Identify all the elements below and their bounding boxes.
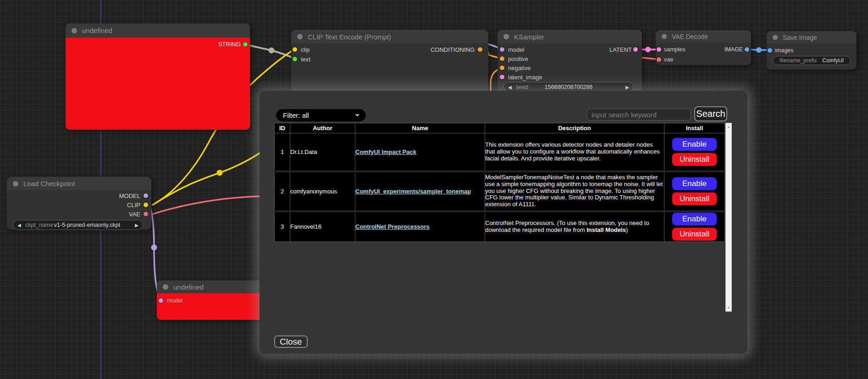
output-label-latent: LATENT	[609, 46, 632, 53]
node-vae-decode[interactable]: VAE Decode samples vae IMAGE	[656, 30, 751, 65]
input-label-model: model	[508, 46, 524, 53]
seed-widget-value[interactable]: 156680208700286	[504, 84, 633, 90]
seed-widget[interactable]: ◀ seed 156680208700286 ▶	[503, 82, 634, 92]
reroute-dot-latent	[645, 47, 651, 52]
collapse-dot-icon[interactable]	[13, 181, 18, 187]
input-label-latent-image: latent_image	[508, 74, 542, 81]
port-model-input[interactable]	[500, 47, 504, 52]
cell-name: ControlNet Preprocessors	[355, 211, 485, 242]
port-images-input[interactable]	[768, 48, 772, 53]
node-undefined-top-body	[66, 38, 250, 130]
collapse-dot-icon[interactable]	[72, 28, 77, 33]
port-positive-input[interactable]	[500, 56, 504, 61]
reroute-dot-clip	[217, 170, 223, 176]
node-undefined-top[interactable]: undefined STRING	[66, 23, 250, 130]
port-model-output[interactable]	[144, 193, 148, 198]
node-save-image-header[interactable]: Save Image	[767, 31, 857, 44]
output-label-conditioning: CONDITIONING	[431, 46, 475, 53]
filename-prefix-value[interactable]: ComfyUI	[822, 57, 844, 64]
port-samples-input[interactable]	[657, 47, 661, 52]
port-text-input[interactable]	[293, 57, 297, 61]
input-label-positive: positive	[508, 55, 528, 62]
table-row: 1 Dr.Lt.Data ComfyUI Impact Pack This ex…	[275, 133, 725, 171]
collapse-dot-icon[interactable]	[773, 35, 778, 40]
port-conditioning-output[interactable]	[478, 47, 482, 52]
extension-link[interactable]: ComfyUI_experiments/sampler_tonemap	[355, 188, 471, 195]
node-undefined-top-header[interactable]: undefined	[66, 23, 250, 38]
node-title: Save Image	[783, 34, 817, 41]
search-input[interactable]	[587, 109, 691, 121]
cell-install: Enable Uninstall	[664, 171, 725, 211]
port-vae-input[interactable]	[657, 57, 661, 62]
extension-manager-dialog: Filter: all ⌄ Search ID Author Name Desc…	[260, 91, 747, 354]
cell-description: This extension offers various detector n…	[485, 133, 664, 171]
cell-author: Fannovel16	[290, 211, 355, 242]
port-latent-output[interactable]	[633, 47, 638, 52]
search-button[interactable]: Search	[694, 106, 727, 121]
comfyui-canvas[interactable]: undefined STRING CLIP Text Encode (Promp…	[0, 0, 868, 379]
reroute-dot-string	[269, 48, 275, 54]
uninstall-button[interactable]: Uninstall	[672, 228, 717, 241]
collapse-dot-icon[interactable]	[297, 34, 303, 39]
table-scrollbar[interactable]: ▲ ▼	[725, 123, 732, 312]
node-ksampler-header[interactable]: KSampler	[498, 30, 642, 44]
node-load-checkpoint-header[interactable]: Load Checkpoint	[7, 177, 151, 190]
bold-install-models: Install Models	[586, 226, 626, 233]
port-clip-output[interactable]	[144, 203, 148, 207]
node-load-checkpoint[interactable]: Load Checkpoint MODEL CLIP VAE ◀ ckpt_na…	[7, 177, 151, 230]
cell-id: 2	[275, 171, 290, 211]
node-title: undefined	[82, 27, 112, 34]
filename-prefix-widget[interactable]: filename_prefix ComfyUI	[773, 56, 851, 65]
uninstall-button[interactable]: Uninstall	[672, 192, 717, 205]
node-title: CLIP Text Encode (Prompt)	[308, 33, 391, 41]
node-clip-text-encode-header[interactable]: CLIP Text Encode (Prompt)	[291, 30, 488, 44]
increment-arrow-icon[interactable]: ▶	[625, 84, 629, 89]
enable-button[interactable]: Enable	[672, 138, 717, 151]
port-model-input[interactable]	[159, 298, 163, 303]
cell-description: ModelSamplerTonemapNoiseTest a node that…	[485, 171, 664, 211]
port-clip-input[interactable]	[293, 47, 297, 52]
next-arrow-icon[interactable]: ▶	[135, 223, 138, 228]
cell-author: Dr.Lt.Data	[290, 133, 355, 171]
node-save-image[interactable]: Save Image images filename_prefix ComfyU…	[767, 31, 857, 70]
port-negative-input[interactable]	[500, 66, 504, 70]
node-title: undefined	[173, 283, 204, 291]
node-vae-decode-header[interactable]: VAE Decode	[656, 30, 751, 43]
output-label-vae: VAE	[129, 211, 140, 218]
cell-description: ControlNet Preprocessors. (To use this e…	[485, 211, 664, 242]
extension-table-scroll-area[interactable]: ID Author Name Description Install 1 Dr.…	[274, 123, 732, 312]
uninstall-button[interactable]: Uninstall	[672, 153, 717, 166]
node-undefined-bottom[interactable]: undefined model	[157, 280, 262, 320]
input-label-samples: samples	[664, 46, 686, 53]
collapse-dot-icon[interactable]	[503, 34, 509, 39]
close-button[interactable]: Close	[274, 335, 308, 348]
filter-select-wrap: Filter: all ⌄	[276, 109, 366, 121]
filter-select[interactable]: Filter: all	[276, 109, 366, 121]
wire-clip-to-hidden-encode	[153, 151, 262, 205]
reroute-dot-model	[151, 245, 157, 251]
wire-vae-to-dialog	[153, 196, 262, 214]
port-latent-image-input[interactable]	[500, 75, 504, 79]
enable-button[interactable]: Enable	[672, 213, 717, 225]
enable-button[interactable]: Enable	[672, 177, 717, 190]
collapse-dot-icon[interactable]	[163, 284, 168, 290]
scroll-up-icon[interactable]: ▲	[726, 125, 731, 128]
node-undefined-bottom-header[interactable]: undefined	[157, 280, 262, 293]
col-header-description: Description	[485, 123, 664, 133]
col-header-name: Name	[355, 123, 485, 133]
collapse-dot-icon[interactable]	[662, 34, 667, 39]
col-header-author: Author	[290, 123, 355, 133]
input-label-vae: vae	[664, 56, 673, 63]
output-label-clip: CLIP	[127, 202, 140, 209]
output-label-string: STRING	[218, 41, 241, 48]
scroll-down-icon[interactable]: ▼	[726, 306, 731, 309]
reroute-dot-image	[756, 47, 762, 53]
extension-link[interactable]: ComfyUI Impact Pack	[355, 148, 416, 155]
port-vae-output[interactable]	[144, 212, 148, 216]
extension-link[interactable]: ControlNet Preprocessors	[355, 223, 430, 230]
ckpt-name-value[interactable]: v1-5-pruned-emaonly.ckpt	[13, 222, 143, 228]
port-string-output[interactable]	[243, 42, 248, 47]
port-image-output[interactable]	[745, 47, 749, 52]
ckpt-name-widget[interactable]: ◀ ckpt_name v1-5-pruned-emaonly.ckpt ▶	[13, 220, 143, 230]
input-label-model: model	[167, 297, 182, 304]
